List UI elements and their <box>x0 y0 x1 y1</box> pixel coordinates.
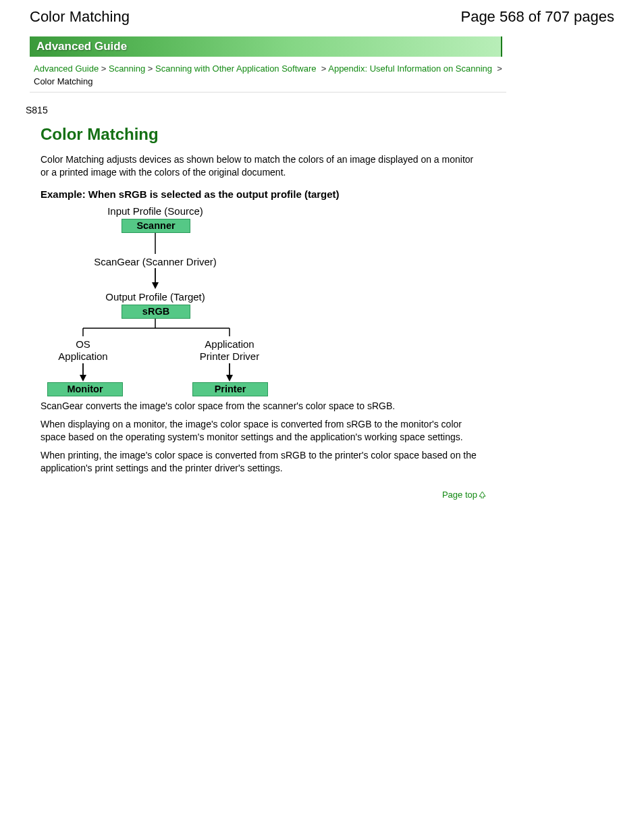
diagram-label: Printer Driver <box>196 350 263 362</box>
body-paragraph: ScanGear converts the image's color spac… <box>41 400 479 413</box>
diagram-label: Application <box>53 350 113 362</box>
doc-code: S815 <box>26 105 614 115</box>
intro-paragraph: Color Matching adjusts devices as shown … <box>41 153 479 179</box>
svg-marker-8 <box>80 375 86 382</box>
diagram-node-srgb: sRGB <box>122 305 190 319</box>
breadcrumb-sep: > <box>148 63 153 74</box>
breadcrumb-sep: > <box>101 63 107 74</box>
breadcrumb-sep: > <box>497 63 502 74</box>
page-top-label: Page top <box>442 490 477 500</box>
diagram-label: ScanGear (Scanner Driver) <box>88 256 223 267</box>
diagram-label: OS <box>53 338 113 350</box>
advanced-guide-banner: Advanced Guide <box>30 36 502 57</box>
diagram-label: Application <box>196 338 263 350</box>
breadcrumb-current: Color Matching <box>34 76 92 86</box>
diagram-label: Output Profile (Target) <box>88 291 223 303</box>
diagram: Input Profile (Source) Scanner ScanGear … <box>41 204 324 400</box>
page-top-link[interactable]: Page top <box>442 490 486 500</box>
breadcrumb-sep: > <box>321 63 327 74</box>
breadcrumb-link[interactable]: Appendix: Useful Information on Scanning <box>328 63 492 74</box>
svg-marker-11 <box>479 492 485 498</box>
body-paragraph: When displaying on a monitor, the image'… <box>41 418 479 444</box>
diagram-node-scanner: Scanner <box>122 219 190 233</box>
up-arrow-icon <box>479 491 486 498</box>
section-title: Color Matching <box>41 125 614 144</box>
breadcrumb-link[interactable]: Advanced Guide <box>34 63 99 74</box>
body-paragraph: When printing, the image's color space i… <box>41 449 479 475</box>
breadcrumb: Advanced Guide > Scanning > Scanning wit… <box>30 61 506 93</box>
page-title: Color Matching <box>30 8 130 26</box>
breadcrumb-link[interactable]: Scanning with Other Application Software <box>155 63 316 74</box>
diagram-node-monitor: Monitor <box>47 382 123 396</box>
breadcrumb-link[interactable]: Scanning <box>109 63 145 74</box>
svg-marker-10 <box>226 375 233 382</box>
diagram-label: Input Profile (Source) <box>88 205 223 217</box>
diagram-node-printer: Printer <box>192 382 268 396</box>
svg-marker-2 <box>152 282 159 289</box>
example-heading: Example: When sRGB is selected as the ou… <box>41 188 479 200</box>
page-number: Page 568 of 707 pages <box>460 8 614 26</box>
